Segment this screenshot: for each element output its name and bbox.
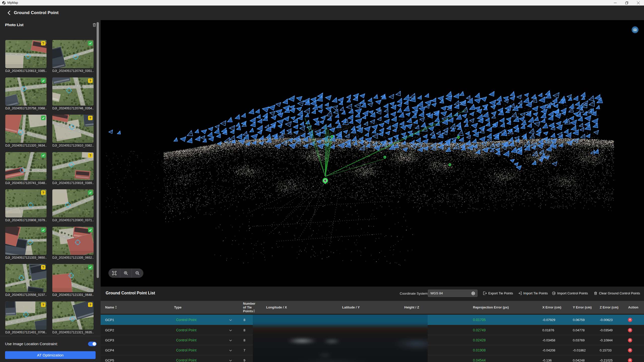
photo-thumbnail[interactable] <box>5 152 47 180</box>
coordinate-system-label: Coordinate System: <box>400 292 428 295</box>
photo-item[interactable]: ?DJI_20240517120813_0385... <box>5 40 47 73</box>
delete-gcp-button[interactable]: × <box>628 338 632 342</box>
column-header-longitude-x: Longitude / X <box>266 301 316 314</box>
column-header-action: Action <box>628 301 643 314</box>
photo-item[interactable]: DJI_20240517120800_0371... <box>52 189 94 222</box>
zoom-out-button[interactable] <box>132 268 143 278</box>
photo-list-scrollbar[interactable] <box>97 22 99 278</box>
photo-item[interactable]: ?DJI_20240517120808_0379... <box>5 189 47 222</box>
photo-item[interactable]: DJI_20240517121331_0648... <box>52 264 94 297</box>
column-header-type: Type <box>174 301 224 314</box>
table-header: NameTypeNumber of Tie PointsLongitude / … <box>101 301 644 314</box>
photo-thumbnail[interactable] <box>5 227 47 255</box>
photo-thumbnail[interactable]: ? <box>52 152 94 180</box>
photo-filename: DJI_20240517120758_0368... <box>5 107 47 110</box>
gcp-reticle-icon <box>20 85 27 92</box>
gcp-z-error: -0.10844 <box>600 335 627 345</box>
gcp-reprojection-error: 0.02749 <box>473 325 511 335</box>
coordinate-system-input[interactable]: WGS 84 <box>428 290 477 297</box>
photo-thumbnail[interactable]: ? <box>5 40 47 68</box>
photo-thumbnail[interactable] <box>5 115 47 143</box>
fit-view-button[interactable] <box>108 268 120 278</box>
photo-item[interactable]: ?DJI_20240517121321_0635... <box>52 301 94 334</box>
photo-thumbnail[interactable]: ? <box>5 301 47 330</box>
import-action-button[interactable]: Import Tie Points <box>518 290 548 296</box>
export-action-button[interactable]: Export Tie Points <box>483 290 513 296</box>
photo-item[interactable]: DJI_20240517120743_0351... <box>52 40 94 73</box>
photo-item[interactable]: ?DJI_20240517121431_0708... <box>5 301 47 334</box>
photo-thumbnail[interactable] <box>52 189 94 217</box>
gcp-type-dropdown[interactable]: Control Point <box>176 325 234 335</box>
delete-gcp-button[interactable]: × <box>628 318 632 322</box>
gcp-delete-cell: × <box>628 345 638 355</box>
photo-filename: DJI_20240517121333_0650... <box>5 256 47 259</box>
import-circle-action-button[interactable]: Import Control Points <box>552 290 588 296</box>
point-cloud-viewer[interactable] <box>101 20 644 287</box>
window-title: MipMap <box>7 1 18 5</box>
photo-item[interactable]: DJI_20240517120741_0348... <box>5 152 47 185</box>
gcp-type-dropdown[interactable]: Control Point <box>176 335 234 345</box>
photo-thumbnail[interactable]: ? <box>5 189 47 217</box>
restore-button[interactable] <box>621 0 632 6</box>
column-header-latitude-y: Latitude / Y <box>342 301 392 314</box>
column-header-reprojection-error-px-: Reprojection Error (px) <box>473 301 531 314</box>
unresolved-badge-icon: ? <box>88 302 93 307</box>
trash-action-button[interactable]: Clear Ground Control Points <box>594 290 640 296</box>
photo-item[interactable]: ?DJI_20240517120810_0382... <box>52 115 94 147</box>
photo-filename: DJI_20240517121321_0635... <box>52 331 94 334</box>
photo-thumbnail[interactable]: ? <box>52 115 94 143</box>
point-cloud-canvas[interactable] <box>101 20 644 287</box>
photo-thumbnail[interactable]: ? <box>52 301 94 330</box>
gcp-panel-title: Ground Control Point List <box>106 291 155 295</box>
photo-item[interactable]: DJI_20240517120758_0368... <box>5 77 47 110</box>
photo-filename: DJI_20240517120556_0237... <box>5 293 47 297</box>
photo-item[interactable]: ?DJI_20240517120746_0354... <box>52 77 94 110</box>
gcp-type-dropdown[interactable]: Control Point <box>176 315 234 325</box>
photo-filename: DJI_20240517120816_0389... <box>52 181 94 185</box>
gcp-name: GCP4 <box>105 345 155 355</box>
photo-item[interactable]: DJI_20240517121335_0652... <box>52 227 94 259</box>
delete-gcp-button[interactable]: × <box>628 358 632 362</box>
photo-item[interactable]: ?DJI_20240517120556_0237... <box>5 264 47 297</box>
globe-icon <box>471 291 475 296</box>
gcp-reticle-icon <box>69 315 76 322</box>
gcp-type-dropdown[interactable]: Control Point <box>176 355 234 362</box>
at-optimization-button[interactable]: AT Optimization <box>5 351 96 359</box>
zoom-in-button[interactable] <box>120 268 132 278</box>
gcp-reticle-icon <box>72 53 79 60</box>
minimize-button[interactable] <box>609 0 621 6</box>
delete-gcp-button[interactable]: × <box>628 328 632 332</box>
close-button[interactable] <box>632 0 644 6</box>
photo-thumbnail[interactable] <box>52 264 94 292</box>
photo-thumbnail[interactable] <box>52 227 94 255</box>
resolved-badge-icon <box>41 116 46 120</box>
resolved-badge-icon <box>88 190 93 195</box>
photo-thumbnail[interactable]: ? <box>5 264 47 292</box>
trash-icon[interactable] <box>92 23 97 27</box>
resolved-badge-icon <box>88 265 93 269</box>
gcp-name: GCP1 <box>105 315 155 325</box>
photo-grid: ?DJI_20240517120813_0385...DJI_202405171… <box>0 29 101 336</box>
photo-item[interactable]: DJI_20240517121320_0634... <box>5 115 47 147</box>
gcp-x-error: -0.136 <box>542 355 570 362</box>
screenshot-camera-button[interactable] <box>632 26 638 33</box>
photo-filename: DJI_20240517120800_0371... <box>52 218 94 222</box>
column-header-name[interactable]: Name <box>105 301 171 314</box>
photo-thumbnail[interactable]: ? <box>52 77 94 106</box>
gcp-delete-cell: × <box>628 355 638 362</box>
resolved-badge-icon <box>41 78 46 83</box>
resolved-badge-icon <box>41 153 46 158</box>
photo-item[interactable]: ?DJI_20240517120816_0389... <box>52 152 94 185</box>
column-header-z-error-cm-: Z Error (cm) <box>600 301 627 314</box>
gcp-reticle-icon <box>64 201 71 208</box>
gcp-type-dropdown[interactable]: Control Point <box>176 345 234 355</box>
back-button[interactable] <box>6 10 12 16</box>
photo-thumbnail[interactable] <box>52 40 94 68</box>
photo-thumbnail[interactable] <box>5 77 47 106</box>
gcp-reticle-icon <box>68 123 75 130</box>
photo-item[interactable]: DJI_20240517121333_0650... <box>5 227 47 259</box>
image-location-constraint-toggle[interactable] <box>88 342 97 346</box>
delete-gcp-button[interactable]: × <box>628 348 632 352</box>
unresolved-badge-icon: ? <box>88 153 93 158</box>
column-header-number-of-tie-points[interactable]: Number of Tie Points <box>243 301 259 314</box>
